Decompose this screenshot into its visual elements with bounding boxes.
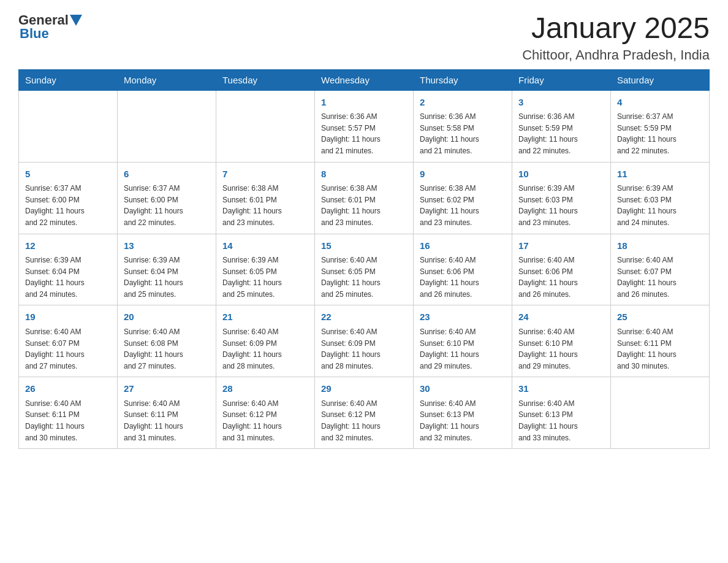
calendar-cell: 6Sunrise: 6:37 AM Sunset: 6:00 PM Daylig… [118,162,216,234]
day-number: 12 [25,239,111,253]
day-number: 25 [617,310,703,324]
calendar-cell: 10Sunrise: 6:39 AM Sunset: 6:03 PM Dayli… [512,162,611,234]
weekday-monday: Monday [118,69,216,90]
calendar-cell: 7Sunrise: 6:38 AM Sunset: 6:01 PM Daylig… [216,162,315,234]
location-title: Chittoor, Andhra Pradesh, India [522,47,710,63]
day-info: Sunrise: 6:37 AM Sunset: 6:00 PM Dayligh… [25,183,111,228]
calendar-week-2: 5Sunrise: 6:37 AM Sunset: 6:00 PM Daylig… [19,162,710,234]
weekday-friday: Friday [512,69,611,90]
calendar-cell [118,90,216,162]
day-number: 19 [25,310,111,324]
calendar-cell: 28Sunrise: 6:40 AM Sunset: 6:12 PM Dayli… [216,377,315,449]
calendar-table: SundayMondayTuesdayWednesdayThursdayFrid… [18,69,710,449]
day-number: 5 [25,167,111,182]
day-number: 17 [518,239,604,253]
calendar-header: SundayMondayTuesdayWednesdayThursdayFrid… [19,69,710,90]
day-number: 22 [321,310,407,324]
weekday-wednesday: Wednesday [315,69,414,90]
calendar-cell: 23Sunrise: 6:40 AM Sunset: 6:10 PM Dayli… [414,305,512,377]
day-info: Sunrise: 6:37 AM Sunset: 6:00 PM Dayligh… [124,183,210,228]
day-number: 10 [518,167,604,182]
day-info: Sunrise: 6:37 AM Sunset: 5:59 PM Dayligh… [617,111,703,156]
calendar-week-3: 12Sunrise: 6:39 AM Sunset: 6:04 PM Dayli… [19,234,710,305]
day-number: 14 [222,239,308,253]
day-info: Sunrise: 6:39 AM Sunset: 6:03 PM Dayligh… [617,183,703,228]
day-number: 26 [25,382,111,396]
calendar-cell [611,377,710,449]
day-number: 6 [124,167,210,182]
calendar-cell: 30Sunrise: 6:40 AM Sunset: 6:13 PM Dayli… [414,377,512,449]
day-number: 27 [124,382,210,396]
weekday-header-row: SundayMondayTuesdayWednesdayThursdayFrid… [19,69,710,90]
calendar-cell: 15Sunrise: 6:40 AM Sunset: 6:05 PM Dayli… [315,234,414,305]
day-info: Sunrise: 6:38 AM Sunset: 6:02 PM Dayligh… [420,183,506,228]
day-info: Sunrise: 6:38 AM Sunset: 6:01 PM Dayligh… [321,183,407,228]
day-info: Sunrise: 6:40 AM Sunset: 6:13 PM Dayligh… [420,398,506,443]
day-info: Sunrise: 6:40 AM Sunset: 6:11 PM Dayligh… [25,398,111,443]
day-number: 20 [124,310,210,324]
day-info: Sunrise: 6:40 AM Sunset: 6:09 PM Dayligh… [321,326,407,372]
calendar-cell: 24Sunrise: 6:40 AM Sunset: 6:10 PM Dayli… [512,305,611,377]
day-info: Sunrise: 6:39 AM Sunset: 6:03 PM Dayligh… [518,183,604,228]
calendar-cell: 2Sunrise: 6:36 AM Sunset: 5:58 PM Daylig… [414,90,512,162]
calendar-cell: 20Sunrise: 6:40 AM Sunset: 6:08 PM Dayli… [118,305,216,377]
day-info: Sunrise: 6:36 AM Sunset: 5:58 PM Dayligh… [420,111,506,156]
calendar-cell: 3Sunrise: 6:36 AM Sunset: 5:59 PM Daylig… [512,90,611,162]
weekday-sunday: Sunday [19,69,118,90]
logo-triangle-icon [70,15,82,27]
calendar-cell: 17Sunrise: 6:40 AM Sunset: 6:06 PM Dayli… [512,234,611,305]
weekday-saturday: Saturday [611,69,710,90]
page-header: General Blue January 2025 Chittoor, Andh… [18,12,710,63]
day-info: Sunrise: 6:40 AM Sunset: 6:07 PM Dayligh… [25,326,111,372]
calendar-week-1: 1Sunrise: 6:36 AM Sunset: 5:57 PM Daylig… [19,90,710,162]
day-info: Sunrise: 6:39 AM Sunset: 6:04 PM Dayligh… [124,255,210,300]
calendar-week-5: 26Sunrise: 6:40 AM Sunset: 6:11 PM Dayli… [19,377,710,449]
day-number: 2 [420,96,506,110]
day-number: 31 [518,382,604,396]
calendar-cell: 14Sunrise: 6:39 AM Sunset: 6:05 PM Dayli… [216,234,315,305]
day-info: Sunrise: 6:40 AM Sunset: 6:06 PM Dayligh… [420,255,506,300]
calendar-cell: 5Sunrise: 6:37 AM Sunset: 6:00 PM Daylig… [19,162,118,234]
calendar-cell: 16Sunrise: 6:40 AM Sunset: 6:06 PM Dayli… [414,234,512,305]
day-number: 9 [420,167,506,182]
calendar-cell: 18Sunrise: 6:40 AM Sunset: 6:07 PM Dayli… [611,234,710,305]
day-info: Sunrise: 6:40 AM Sunset: 6:13 PM Dayligh… [518,398,604,443]
day-number: 7 [222,167,308,182]
day-number: 3 [518,96,604,110]
day-number: 30 [420,382,506,396]
day-info: Sunrise: 6:40 AM Sunset: 6:12 PM Dayligh… [321,398,407,443]
day-number: 16 [420,239,506,253]
day-number: 21 [222,310,308,324]
calendar-cell: 9Sunrise: 6:38 AM Sunset: 6:02 PM Daylig… [414,162,512,234]
day-number: 28 [222,382,308,396]
day-info: Sunrise: 6:40 AM Sunset: 6:11 PM Dayligh… [124,398,210,443]
calendar-cell: 19Sunrise: 6:40 AM Sunset: 6:07 PM Dayli… [19,305,118,377]
calendar-cell: 27Sunrise: 6:40 AM Sunset: 6:11 PM Dayli… [118,377,216,449]
calendar-cell: 22Sunrise: 6:40 AM Sunset: 6:09 PM Dayli… [315,305,414,377]
title-section: January 2025 Chittoor, Andhra Pradesh, I… [522,12,710,63]
day-number: 11 [617,167,703,182]
calendar-cell [216,90,315,162]
calendar-cell: 25Sunrise: 6:40 AM Sunset: 6:11 PM Dayli… [611,305,710,377]
calendar-cell: 29Sunrise: 6:40 AM Sunset: 6:12 PM Dayli… [315,377,414,449]
day-info: Sunrise: 6:39 AM Sunset: 6:04 PM Dayligh… [25,255,111,300]
day-info: Sunrise: 6:36 AM Sunset: 5:57 PM Dayligh… [321,111,407,156]
day-info: Sunrise: 6:40 AM Sunset: 6:06 PM Dayligh… [518,255,604,300]
calendar-week-4: 19Sunrise: 6:40 AM Sunset: 6:07 PM Dayli… [19,305,710,377]
calendar-cell [19,90,118,162]
calendar-cell: 31Sunrise: 6:40 AM Sunset: 6:13 PM Dayli… [512,377,611,449]
day-info: Sunrise: 6:40 AM Sunset: 6:07 PM Dayligh… [617,255,703,300]
day-info: Sunrise: 6:40 AM Sunset: 6:11 PM Dayligh… [617,326,703,372]
day-info: Sunrise: 6:40 AM Sunset: 6:08 PM Dayligh… [124,326,210,372]
calendar-cell: 26Sunrise: 6:40 AM Sunset: 6:11 PM Dayli… [19,377,118,449]
logo: General Blue [18,12,82,42]
weekday-thursday: Thursday [414,69,512,90]
day-number: 15 [321,239,407,253]
day-info: Sunrise: 6:39 AM Sunset: 6:05 PM Dayligh… [222,255,308,300]
day-info: Sunrise: 6:40 AM Sunset: 6:12 PM Dayligh… [222,398,308,443]
day-info: Sunrise: 6:38 AM Sunset: 6:01 PM Dayligh… [222,183,308,228]
calendar-cell: 1Sunrise: 6:36 AM Sunset: 5:57 PM Daylig… [315,90,414,162]
day-info: Sunrise: 6:36 AM Sunset: 5:59 PM Dayligh… [518,111,604,156]
calendar-cell: 21Sunrise: 6:40 AM Sunset: 6:09 PM Dayli… [216,305,315,377]
calendar-cell: 12Sunrise: 6:39 AM Sunset: 6:04 PM Dayli… [19,234,118,305]
